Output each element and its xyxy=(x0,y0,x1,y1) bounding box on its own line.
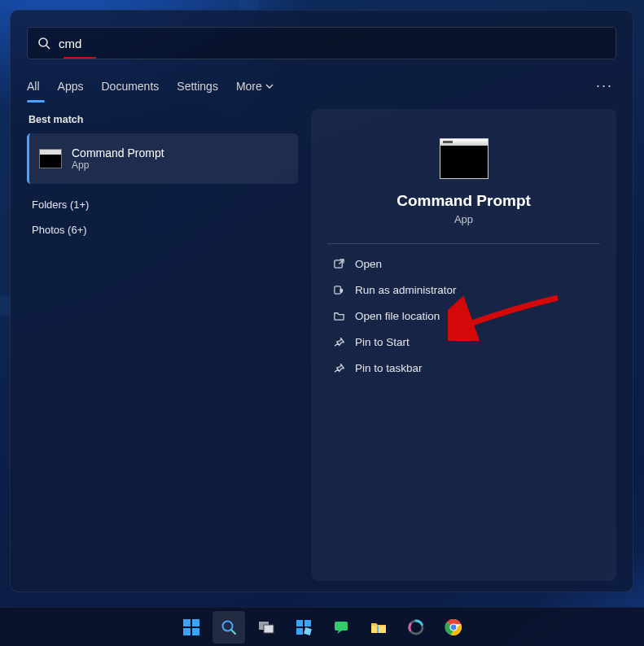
svg-rect-18 xyxy=(377,626,379,633)
svg-line-9 xyxy=(231,630,235,634)
action-pin-start-label: Pin to Start xyxy=(355,336,410,348)
preview-title: Command Prompt xyxy=(327,192,600,210)
pin-icon xyxy=(332,361,345,374)
tab-all[interactable]: All xyxy=(27,80,40,93)
action-open-label: Open xyxy=(355,258,382,270)
svg-rect-13 xyxy=(304,620,311,626)
action-pin-taskbar-label: Pin to taskbar xyxy=(355,362,423,374)
pin-icon xyxy=(332,335,345,348)
best-match-title: Command Prompt xyxy=(72,146,164,159)
category-photos[interactable]: Photos (6+) xyxy=(27,217,298,242)
best-match-item[interactable]: Command Prompt App xyxy=(27,133,298,184)
taskbar-search-button[interactable] xyxy=(212,611,245,644)
taskbar-app-circle[interactable] xyxy=(400,611,432,644)
svg-rect-4 xyxy=(183,619,191,626)
svg-rect-5 xyxy=(192,619,199,626)
svg-rect-7 xyxy=(192,628,199,635)
folder-icon xyxy=(332,309,345,322)
start-search-panel: All Apps Documents Settings More ··· Bes… xyxy=(10,10,633,592)
chrome-icon xyxy=(445,618,462,636)
folder-icon xyxy=(370,618,388,636)
action-open[interactable]: Open xyxy=(327,251,600,277)
svg-rect-6 xyxy=(183,628,191,635)
best-match-label: Best match xyxy=(27,109,298,130)
preview-type: App xyxy=(327,213,600,225)
chat-icon xyxy=(332,618,350,636)
widgets-icon xyxy=(295,618,313,636)
preview-pane: Command Prompt App Open xyxy=(311,109,616,581)
search-box[interactable] xyxy=(27,27,616,59)
svg-rect-12 xyxy=(296,620,303,626)
active-tab-indicator xyxy=(27,100,45,103)
tab-documents[interactable]: Documents xyxy=(101,80,159,93)
open-icon xyxy=(332,257,345,270)
taskbar-chrome[interactable] xyxy=(437,611,470,644)
best-match-subtitle: App xyxy=(72,159,164,171)
svg-rect-14 xyxy=(296,628,303,635)
svg-point-0 xyxy=(39,38,47,46)
tab-settings[interactable]: Settings xyxy=(177,80,218,93)
action-pin-taskbar[interactable]: Pin to taskbar xyxy=(327,355,600,381)
svg-rect-3 xyxy=(334,286,340,293)
action-pin-start[interactable]: Pin to Start xyxy=(327,329,600,355)
tab-apps[interactable]: Apps xyxy=(58,80,84,93)
category-folders[interactable]: Folders (1+) xyxy=(27,192,298,217)
search-icon xyxy=(220,618,238,636)
search-icon xyxy=(37,37,50,50)
taskbar-explorer[interactable] xyxy=(362,611,395,644)
preview-cmd-icon xyxy=(440,138,488,179)
action-open-file-location[interactable]: Open file location xyxy=(327,303,600,329)
loading-ring-icon xyxy=(407,618,425,636)
action-run-as-admin-label: Run as administrator xyxy=(355,284,457,296)
action-run-as-admin[interactable]: Run as administrator xyxy=(327,277,600,303)
divider xyxy=(327,243,600,244)
svg-rect-16 xyxy=(335,622,348,631)
taskbar-start-button[interactable] xyxy=(175,611,208,644)
shield-icon xyxy=(332,283,345,296)
filter-tabs: All Apps Documents Settings More ··· xyxy=(27,77,616,94)
taskbar-chat[interactable] xyxy=(325,611,357,644)
taskbar xyxy=(0,607,644,646)
windows-icon xyxy=(182,618,201,637)
task-view-icon xyxy=(257,618,275,636)
taskbar-widgets[interactable] xyxy=(287,611,320,644)
svg-rect-2 xyxy=(334,260,341,267)
taskbar-task-view[interactable] xyxy=(250,611,283,644)
svg-line-1 xyxy=(46,46,50,49)
search-input[interactable] xyxy=(59,37,606,50)
svg-point-8 xyxy=(222,621,232,631)
tab-more-label: More xyxy=(236,80,262,93)
svg-rect-11 xyxy=(264,625,274,633)
svg-rect-15 xyxy=(304,627,312,635)
tab-more[interactable]: More xyxy=(236,80,274,93)
results-column: Best match Command Prompt App Folders (1… xyxy=(27,109,298,581)
cmd-icon xyxy=(39,149,62,168)
chevron-down-icon xyxy=(265,82,274,90)
annotation-underline xyxy=(64,57,96,59)
more-options-button[interactable]: ··· xyxy=(596,77,616,94)
action-open-file-location-label: Open file location xyxy=(355,310,440,322)
